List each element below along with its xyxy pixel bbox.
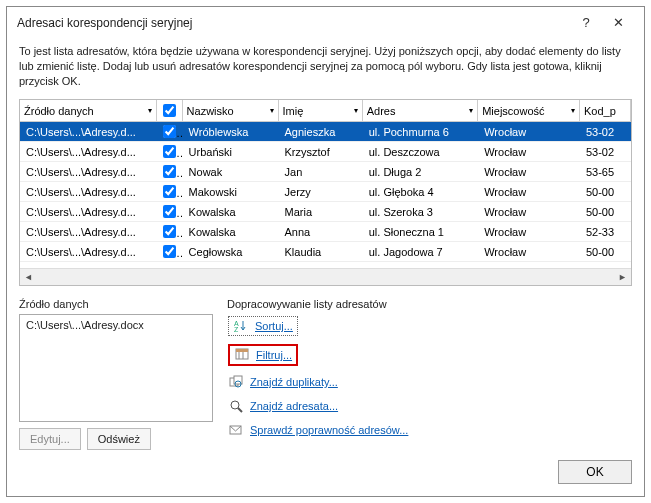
table-row[interactable]: C:\Users\...\Adresy.d...UrbańskiKrzyszto… — [20, 142, 631, 162]
cell-firstname: Jerzy — [279, 184, 363, 200]
cell-lastname: Makowski — [183, 184, 279, 200]
data-source-list[interactable]: C:\Users\...\Adresy.docx — [19, 314, 213, 422]
edit-button[interactable]: Edytuj... — [19, 428, 81, 450]
chevron-down-icon: ▾ — [571, 106, 575, 115]
row-checkbox[interactable] — [163, 125, 176, 138]
cell-checkbox — [157, 203, 183, 221]
row-checkbox[interactable] — [163, 185, 176, 198]
duplicates-icon — [228, 374, 244, 390]
col-source[interactable]: Źródło danych▾ — [20, 100, 157, 121]
row-checkbox[interactable] — [163, 165, 176, 178]
cell-checkbox — [157, 123, 183, 141]
row-checkbox[interactable] — [163, 225, 176, 238]
row-checkbox[interactable] — [163, 245, 176, 258]
find-recipient-link[interactable]: Znajdź adresata... — [250, 400, 338, 412]
svg-rect-3 — [236, 349, 248, 352]
horizontal-scrollbar[interactable]: ◄ ► — [20, 268, 631, 285]
col-checkbox[interactable] — [157, 100, 183, 121]
cell-address: ul. Głęboka 4 — [363, 184, 478, 200]
col-postal[interactable]: Kod_p — [580, 100, 631, 121]
data-source-group: Źródło danych C:\Users\...\Adresy.docx E… — [19, 298, 213, 450]
cell-lastname: Nowak — [183, 164, 279, 180]
scroll-right-icon[interactable]: ► — [614, 272, 631, 282]
col-city[interactable]: Miejscowość▾ — [478, 100, 580, 121]
cell-source: C:\Users\...\Adresy.d... — [20, 124, 157, 140]
table-row[interactable]: C:\Users\...\Adresy.d...NowakJanul. Dług… — [20, 162, 631, 182]
svg-text:Z: Z — [234, 326, 239, 333]
mail-merge-recipients-dialog: Adresaci korespondencji seryjnej ? ✕ To … — [6, 6, 645, 497]
cell-address: ul. Szeroka 3 — [363, 204, 478, 220]
cell-postal: 53-02 — [580, 144, 631, 160]
close-button[interactable]: ✕ — [602, 15, 634, 30]
cell-firstname: Maria — [279, 204, 363, 220]
cell-checkbox — [157, 243, 183, 261]
cell-postal: 53-65 — [580, 164, 631, 180]
validate-addresses-link[interactable]: Sprawdź poprawność adresów... — [250, 424, 408, 436]
col-firstname[interactable]: Imię▾ — [279, 100, 363, 121]
cell-firstname: Agnieszka — [279, 124, 363, 140]
dialog-description: To jest lista adresatów, która będzie uż… — [7, 38, 644, 99]
cell-city: Wrocław — [478, 244, 580, 260]
cell-lastname: Urbański — [183, 144, 279, 160]
grid-header: Źródło danych▾ Nazwisko▾ Imię▾ Adres▾ Mi… — [20, 100, 631, 122]
cell-firstname: Klaudia — [279, 244, 363, 260]
data-source-label: Źródło danych — [19, 298, 213, 310]
refine-group: Dopracowywanie listy adresatów AZ Sortuj… — [227, 298, 632, 450]
cell-city: Wrocław — [478, 184, 580, 200]
row-checkbox[interactable] — [163, 205, 176, 218]
cell-address: ul. Jagodowa 7 — [363, 244, 478, 260]
help-button[interactable]: ? — [570, 15, 602, 30]
chevron-down-icon: ▾ — [148, 106, 152, 115]
recipients-grid: Źródło danych▾ Nazwisko▾ Imię▾ Adres▾ Mi… — [19, 99, 632, 286]
col-address[interactable]: Adres▾ — [363, 100, 478, 121]
cell-postal: 50-00 — [580, 204, 631, 220]
cell-source: C:\Users\...\Adresy.d... — [20, 164, 157, 180]
cell-firstname: Anna — [279, 224, 363, 240]
grid-body: C:\Users\...\Adresy.d...WróblewskaAgnies… — [20, 122, 631, 262]
table-row[interactable]: C:\Users\...\Adresy.d...CegłowskaKlaudia… — [20, 242, 631, 262]
find-recipient-icon — [228, 398, 244, 414]
refine-label: Dopracowywanie listy adresatów — [227, 298, 632, 310]
cell-city: Wrocław — [478, 204, 580, 220]
cell-source: C:\Users\...\Adresy.d... — [20, 244, 157, 260]
filter-link[interactable]: Filtruj... — [256, 349, 292, 361]
cell-source: C:\Users\...\Adresy.d... — [20, 184, 157, 200]
cell-city: Wrocław — [478, 224, 580, 240]
sort-link[interactable]: Sortuj... — [255, 320, 293, 332]
row-checkbox[interactable] — [163, 145, 176, 158]
svg-line-10 — [238, 408, 242, 412]
sort-icon: AZ — [233, 318, 249, 334]
table-row[interactable]: C:\Users\...\Adresy.d...WróblewskaAgnies… — [20, 122, 631, 142]
cell-address: ul. Słoneczna 1 — [363, 224, 478, 240]
svg-point-9 — [231, 401, 239, 409]
cell-source: C:\Users\...\Adresy.d... — [20, 204, 157, 220]
table-row[interactable]: C:\Users\...\Adresy.d...KowalskaAnnaul. … — [20, 222, 631, 242]
cell-city: Wrocław — [478, 144, 580, 160]
chevron-down-icon: ▾ — [469, 106, 473, 115]
cell-lastname: Cegłowska — [183, 244, 279, 260]
cell-postal: 50-00 — [580, 184, 631, 200]
filter-icon — [234, 347, 250, 363]
table-row[interactable]: C:\Users\...\Adresy.d...MakowskiJerzyul.… — [20, 182, 631, 202]
titlebar: Adresaci korespondencji seryjnej ? ✕ — [7, 7, 644, 38]
cell-lastname: Wróblewska — [183, 124, 279, 140]
cell-source: C:\Users\...\Adresy.d... — [20, 144, 157, 160]
cell-checkbox — [157, 223, 183, 241]
find-duplicates-link[interactable]: Znajdź duplikaty... — [250, 376, 338, 388]
chevron-down-icon: ▾ — [270, 106, 274, 115]
cell-checkbox — [157, 143, 183, 161]
ok-button[interactable]: OK — [558, 460, 632, 484]
scroll-track[interactable] — [37, 269, 614, 285]
cell-checkbox — [157, 183, 183, 201]
cell-firstname: Jan — [279, 164, 363, 180]
table-row[interactable]: C:\Users\...\Adresy.d...KowalskaMariaul.… — [20, 202, 631, 222]
scroll-left-icon[interactable]: ◄ — [20, 272, 37, 282]
cell-address: ul. Pochmurna 6 — [363, 124, 478, 140]
cell-postal: 52-33 — [580, 224, 631, 240]
refresh-button[interactable]: Odśwież — [87, 428, 151, 450]
select-all-checkbox[interactable] — [163, 104, 176, 117]
cell-city: Wrocław — [478, 124, 580, 140]
list-item[interactable]: C:\Users\...\Adresy.docx — [26, 319, 206, 331]
col-lastname[interactable]: Nazwisko▾ — [183, 100, 279, 121]
cell-source: C:\Users\...\Adresy.d... — [20, 224, 157, 240]
